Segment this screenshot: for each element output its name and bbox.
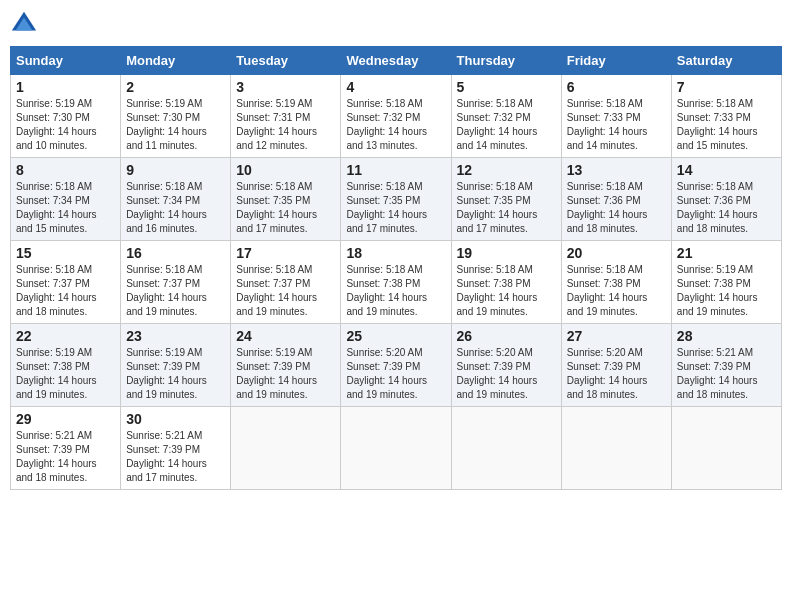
day-info: Sunrise: 5:18 AMSunset: 7:35 PMDaylight:… (346, 180, 445, 236)
calendar-day-cell (231, 407, 341, 490)
day-info: Sunrise: 5:19 AMSunset: 7:39 PMDaylight:… (126, 346, 225, 402)
day-number: 1 (16, 79, 115, 95)
day-info: Sunrise: 5:18 AMSunset: 7:34 PMDaylight:… (16, 180, 115, 236)
day-number: 16 (126, 245, 225, 261)
header (10, 10, 782, 38)
day-number: 8 (16, 162, 115, 178)
calendar-day-cell: 24Sunrise: 5:19 AMSunset: 7:39 PMDayligh… (231, 324, 341, 407)
weekday-header-wednesday: Wednesday (341, 47, 451, 75)
day-info: Sunrise: 5:19 AMSunset: 7:38 PMDaylight:… (677, 263, 776, 319)
day-number: 25 (346, 328, 445, 344)
day-info: Sunrise: 5:21 AMSunset: 7:39 PMDaylight:… (16, 429, 115, 485)
day-number: 15 (16, 245, 115, 261)
calendar-week-row: 22Sunrise: 5:19 AMSunset: 7:38 PMDayligh… (11, 324, 782, 407)
calendar-day-cell: 27Sunrise: 5:20 AMSunset: 7:39 PMDayligh… (561, 324, 671, 407)
day-number: 4 (346, 79, 445, 95)
day-number: 22 (16, 328, 115, 344)
day-info: Sunrise: 5:18 AMSunset: 7:33 PMDaylight:… (677, 97, 776, 153)
day-info: Sunrise: 5:20 AMSunset: 7:39 PMDaylight:… (346, 346, 445, 402)
day-info: Sunrise: 5:18 AMSunset: 7:36 PMDaylight:… (677, 180, 776, 236)
calendar-day-cell: 23Sunrise: 5:19 AMSunset: 7:39 PMDayligh… (121, 324, 231, 407)
calendar-day-cell: 8Sunrise: 5:18 AMSunset: 7:34 PMDaylight… (11, 158, 121, 241)
day-info: Sunrise: 5:18 AMSunset: 7:37 PMDaylight:… (126, 263, 225, 319)
weekday-header-sunday: Sunday (11, 47, 121, 75)
day-number: 2 (126, 79, 225, 95)
day-number: 12 (457, 162, 556, 178)
calendar-day-cell: 10Sunrise: 5:18 AMSunset: 7:35 PMDayligh… (231, 158, 341, 241)
day-number: 27 (567, 328, 666, 344)
day-number: 23 (126, 328, 225, 344)
calendar-day-cell: 12Sunrise: 5:18 AMSunset: 7:35 PMDayligh… (451, 158, 561, 241)
day-number: 17 (236, 245, 335, 261)
calendar-day-cell: 15Sunrise: 5:18 AMSunset: 7:37 PMDayligh… (11, 241, 121, 324)
logo (10, 10, 42, 38)
calendar-week-row: 8Sunrise: 5:18 AMSunset: 7:34 PMDaylight… (11, 158, 782, 241)
calendar-week-row: 29Sunrise: 5:21 AMSunset: 7:39 PMDayligh… (11, 407, 782, 490)
day-number: 18 (346, 245, 445, 261)
calendar-day-cell: 16Sunrise: 5:18 AMSunset: 7:37 PMDayligh… (121, 241, 231, 324)
calendar-day-cell: 19Sunrise: 5:18 AMSunset: 7:38 PMDayligh… (451, 241, 561, 324)
calendar-day-cell: 4Sunrise: 5:18 AMSunset: 7:32 PMDaylight… (341, 75, 451, 158)
day-info: Sunrise: 5:18 AMSunset: 7:32 PMDaylight:… (457, 97, 556, 153)
day-number: 9 (126, 162, 225, 178)
calendar-day-cell: 17Sunrise: 5:18 AMSunset: 7:37 PMDayligh… (231, 241, 341, 324)
weekday-header-tuesday: Tuesday (231, 47, 341, 75)
weekday-header-monday: Monday (121, 47, 231, 75)
calendar-day-cell: 11Sunrise: 5:18 AMSunset: 7:35 PMDayligh… (341, 158, 451, 241)
day-info: Sunrise: 5:20 AMSunset: 7:39 PMDaylight:… (457, 346, 556, 402)
day-info: Sunrise: 5:18 AMSunset: 7:36 PMDaylight:… (567, 180, 666, 236)
calendar-day-cell: 13Sunrise: 5:18 AMSunset: 7:36 PMDayligh… (561, 158, 671, 241)
day-info: Sunrise: 5:18 AMSunset: 7:37 PMDaylight:… (16, 263, 115, 319)
day-number: 14 (677, 162, 776, 178)
calendar-day-cell (341, 407, 451, 490)
calendar-day-cell: 21Sunrise: 5:19 AMSunset: 7:38 PMDayligh… (671, 241, 781, 324)
day-info: Sunrise: 5:19 AMSunset: 7:31 PMDaylight:… (236, 97, 335, 153)
calendar-header-row: SundayMondayTuesdayWednesdayThursdayFrid… (11, 47, 782, 75)
calendar-day-cell (671, 407, 781, 490)
day-number: 6 (567, 79, 666, 95)
day-number: 30 (126, 411, 225, 427)
calendar-day-cell: 29Sunrise: 5:21 AMSunset: 7:39 PMDayligh… (11, 407, 121, 490)
day-info: Sunrise: 5:21 AMSunset: 7:39 PMDaylight:… (677, 346, 776, 402)
weekday-header-friday: Friday (561, 47, 671, 75)
day-number: 13 (567, 162, 666, 178)
calendar-day-cell: 26Sunrise: 5:20 AMSunset: 7:39 PMDayligh… (451, 324, 561, 407)
calendar-week-row: 15Sunrise: 5:18 AMSunset: 7:37 PMDayligh… (11, 241, 782, 324)
day-info: Sunrise: 5:18 AMSunset: 7:38 PMDaylight:… (346, 263, 445, 319)
day-info: Sunrise: 5:18 AMSunset: 7:38 PMDaylight:… (457, 263, 556, 319)
calendar-day-cell: 18Sunrise: 5:18 AMSunset: 7:38 PMDayligh… (341, 241, 451, 324)
calendar-table: SundayMondayTuesdayWednesdayThursdayFrid… (10, 46, 782, 490)
day-info: Sunrise: 5:20 AMSunset: 7:39 PMDaylight:… (567, 346, 666, 402)
day-info: Sunrise: 5:19 AMSunset: 7:38 PMDaylight:… (16, 346, 115, 402)
day-info: Sunrise: 5:19 AMSunset: 7:39 PMDaylight:… (236, 346, 335, 402)
calendar-day-cell: 3Sunrise: 5:19 AMSunset: 7:31 PMDaylight… (231, 75, 341, 158)
weekday-header-saturday: Saturday (671, 47, 781, 75)
day-info: Sunrise: 5:18 AMSunset: 7:32 PMDaylight:… (346, 97, 445, 153)
day-info: Sunrise: 5:18 AMSunset: 7:37 PMDaylight:… (236, 263, 335, 319)
day-number: 19 (457, 245, 556, 261)
day-number: 24 (236, 328, 335, 344)
calendar-day-cell: 2Sunrise: 5:19 AMSunset: 7:30 PMDaylight… (121, 75, 231, 158)
calendar-day-cell: 14Sunrise: 5:18 AMSunset: 7:36 PMDayligh… (671, 158, 781, 241)
calendar-day-cell: 28Sunrise: 5:21 AMSunset: 7:39 PMDayligh… (671, 324, 781, 407)
day-info: Sunrise: 5:19 AMSunset: 7:30 PMDaylight:… (16, 97, 115, 153)
day-info: Sunrise: 5:21 AMSunset: 7:39 PMDaylight:… (126, 429, 225, 485)
day-number: 5 (457, 79, 556, 95)
day-info: Sunrise: 5:18 AMSunset: 7:35 PMDaylight:… (457, 180, 556, 236)
day-number: 10 (236, 162, 335, 178)
weekday-header-thursday: Thursday (451, 47, 561, 75)
calendar-day-cell: 7Sunrise: 5:18 AMSunset: 7:33 PMDaylight… (671, 75, 781, 158)
logo-icon (10, 10, 38, 38)
day-number: 7 (677, 79, 776, 95)
calendar-day-cell: 22Sunrise: 5:19 AMSunset: 7:38 PMDayligh… (11, 324, 121, 407)
calendar-day-cell: 9Sunrise: 5:18 AMSunset: 7:34 PMDaylight… (121, 158, 231, 241)
calendar-day-cell: 5Sunrise: 5:18 AMSunset: 7:32 PMDaylight… (451, 75, 561, 158)
calendar-day-cell: 1Sunrise: 5:19 AMSunset: 7:30 PMDaylight… (11, 75, 121, 158)
day-number: 20 (567, 245, 666, 261)
calendar-day-cell: 20Sunrise: 5:18 AMSunset: 7:38 PMDayligh… (561, 241, 671, 324)
calendar-day-cell: 30Sunrise: 5:21 AMSunset: 7:39 PMDayligh… (121, 407, 231, 490)
day-info: Sunrise: 5:19 AMSunset: 7:30 PMDaylight:… (126, 97, 225, 153)
day-number: 21 (677, 245, 776, 261)
day-number: 26 (457, 328, 556, 344)
day-number: 11 (346, 162, 445, 178)
